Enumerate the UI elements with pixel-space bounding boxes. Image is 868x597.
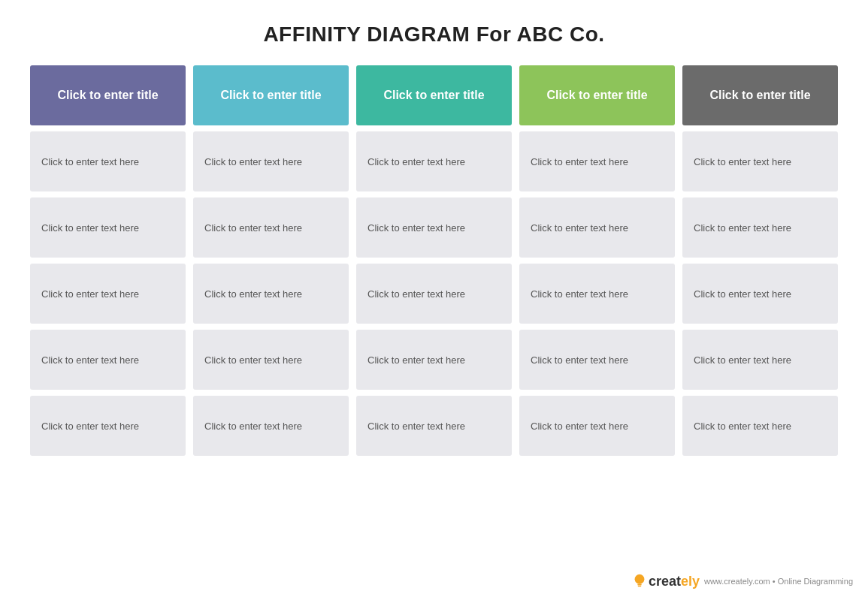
svg-point-0 <box>634 574 644 584</box>
col-2-cell-3[interactable]: Click to enter text here <box>356 330 512 390</box>
col-0-cell-3[interactable]: Click to enter text here <box>30 330 186 390</box>
col-0-cell-4[interactable]: Click to enter text here <box>30 396 186 456</box>
column-0: Click to enter titleClick to enter text … <box>30 65 186 456</box>
col-3-cell-0[interactable]: Click to enter text here <box>519 131 675 191</box>
column-4: Click to enter titleClick to enter text … <box>682 65 838 456</box>
bulb-icon <box>633 573 646 589</box>
col-header-0[interactable]: Click to enter title <box>30 65 186 125</box>
col-2-cell-4[interactable]: Click to enter text here <box>356 396 512 456</box>
col-3-cell-4[interactable]: Click to enter text here <box>519 396 675 456</box>
col-4-cell-4[interactable]: Click to enter text here <box>682 396 838 456</box>
svg-rect-2 <box>638 586 642 586</box>
column-3: Click to enter titleClick to enter text … <box>519 65 675 456</box>
col-2-cell-1[interactable]: Click to enter text here <box>356 197 512 258</box>
col-0-cell-2[interactable]: Click to enter text here <box>30 264 186 324</box>
col-2-cell-0[interactable]: Click to enter text here <box>356 131 512 191</box>
col-0-cell-0[interactable]: Click to enter text here <box>30 131 186 191</box>
col-header-3[interactable]: Click to enter title <box>519 65 675 125</box>
col-1-cell-3[interactable]: Click to enter text here <box>193 330 349 390</box>
col-4-cell-2[interactable]: Click to enter text here <box>682 264 838 324</box>
col-header-1[interactable]: Click to enter title <box>193 65 349 125</box>
col-2-cell-2[interactable]: Click to enter text here <box>356 264 512 324</box>
col-3-cell-2[interactable]: Click to enter text here <box>519 264 675 324</box>
col-4-cell-1[interactable]: Click to enter text here <box>682 197 838 258</box>
col-header-2[interactable]: Click to enter title <box>356 65 512 125</box>
page-title: AFFINITY DIAGRAM For ABC Co. <box>0 0 868 62</box>
column-1: Click to enter titleClick to enter text … <box>193 65 349 456</box>
brand-name: creately <box>649 574 700 589</box>
col-3-cell-3[interactable]: Click to enter text here <box>519 330 675 390</box>
footer: creately www.creately.com • Online Diagr… <box>633 573 853 589</box>
col-1-cell-4[interactable]: Click to enter text here <box>193 396 349 456</box>
column-2: Click to enter titleClick to enter text … <box>356 65 512 456</box>
col-4-cell-0[interactable]: Click to enter text here <box>682 131 838 191</box>
col-1-cell-0[interactable]: Click to enter text here <box>193 131 349 191</box>
col-4-cell-3[interactable]: Click to enter text here <box>682 330 838 390</box>
col-3-cell-1[interactable]: Click to enter text here <box>519 197 675 258</box>
col-1-cell-2[interactable]: Click to enter text here <box>193 264 349 324</box>
footer-url: www.creately.com • Online Diagramming <box>704 577 853 586</box>
col-0-cell-1[interactable]: Click to enter text here <box>30 197 186 258</box>
col-header-4[interactable]: Click to enter title <box>682 65 838 125</box>
col-1-cell-1[interactable]: Click to enter text here <box>193 197 349 258</box>
creately-logo: creately <box>633 573 700 589</box>
diagram-container: Click to enter titleClick to enter text … <box>0 65 868 456</box>
svg-rect-1 <box>637 584 642 586</box>
